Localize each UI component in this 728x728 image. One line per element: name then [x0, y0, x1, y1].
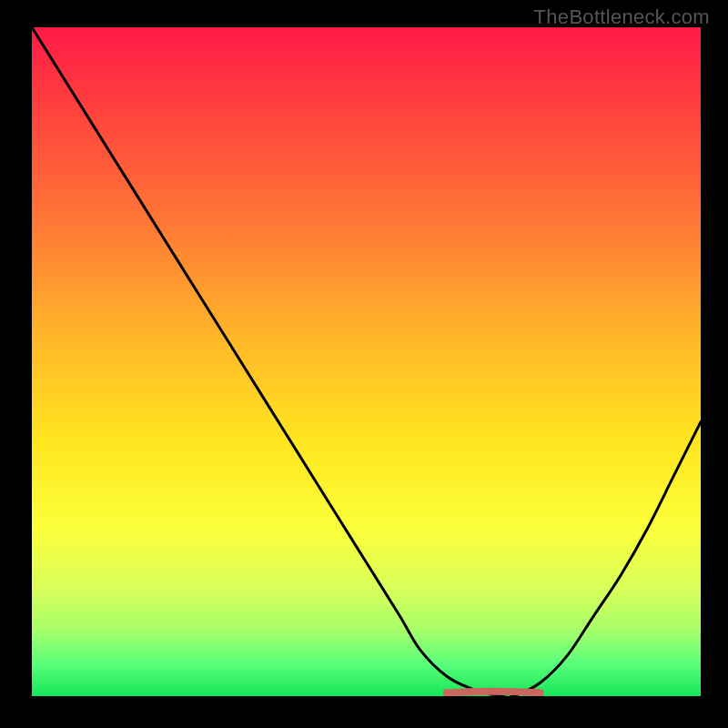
chart-frame: TheBottleneck.com — [0, 0, 728, 728]
chart-plot-area — [32, 27, 701, 696]
bottleneck-curve — [32, 27, 701, 696]
watermark-text: TheBottleneck.com — [534, 5, 710, 29]
chart-svg — [32, 27, 701, 696]
optimal-range-marker — [447, 692, 541, 693]
